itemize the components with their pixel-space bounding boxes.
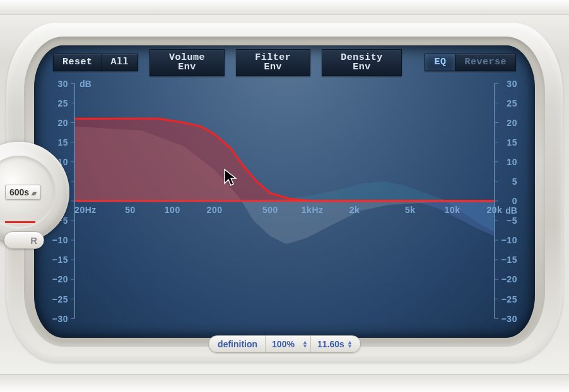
eq-plot[interactable]: 303025252020151510105500dB−5−5−10−10−15−…	[44, 78, 525, 328]
svg-text:−15: −15	[502, 255, 517, 265]
stepper-icon: ▴▾	[32, 190, 35, 197]
svg-text:20: 20	[507, 117, 517, 127]
svg-text:−15: −15	[52, 255, 68, 265]
reset-button[interactable]: Reset	[53, 54, 102, 71]
svg-text:20k: 20k	[486, 204, 502, 214]
svg-text:−20: −20	[502, 274, 517, 284]
channel-pill[interactable]: R	[4, 231, 44, 249]
reverse-button[interactable]: Reverse	[455, 54, 516, 71]
toolbar: Reset All Volume Env Filter Env Density …	[53, 53, 516, 72]
knob-readout[interactable]: 600s▴▾	[5, 185, 41, 200]
definition-percent-value: 100%	[272, 340, 295, 349]
svg-text:10: 10	[507, 157, 517, 167]
svg-text:20Hz: 20Hz	[74, 204, 97, 214]
definition-time-value: 11.60s	[317, 340, 344, 349]
svg-text:10k: 10k	[445, 204, 460, 214]
svg-text:25: 25	[507, 98, 517, 108]
reset-all-button[interactable]: All	[102, 54, 139, 71]
svg-text:100: 100	[165, 204, 180, 214]
window-chrome-bottom	[0, 374, 569, 392]
svg-text:15: 15	[57, 137, 68, 147]
knob-value: 600s	[9, 187, 29, 197]
svg-text:25: 25	[57, 98, 68, 108]
tab-eq[interactable]: EQ	[425, 54, 455, 71]
svg-text:−30: −30	[502, 313, 517, 323]
eq-plot-svg[interactable]: 303025252020151510105500dB−5−5−10−10−15−…	[44, 78, 525, 328]
svg-text:200: 200	[207, 204, 223, 214]
stepper-icon: ▴▾	[348, 340, 351, 348]
eq-screen: Reset All Volume Env Filter Env Density …	[34, 45, 535, 338]
svg-text:5k: 5k	[405, 204, 416, 214]
svg-text:15: 15	[507, 137, 517, 147]
knob-indicator	[5, 221, 35, 223]
svg-text:−10: −10	[502, 235, 517, 245]
svg-text:−10: −10	[52, 235, 68, 245]
svg-text:1kHz: 1kHz	[302, 204, 324, 214]
svg-text:−25: −25	[52, 294, 68, 304]
definition-percent[interactable]: 100% ▴▾	[266, 336, 311, 352]
svg-text:500: 500	[262, 204, 278, 214]
display-bezel: Reset All Volume Env Filter Env Density …	[6, 23, 563, 362]
svg-text:−20: −20	[52, 274, 68, 284]
svg-text:−30: −30	[52, 313, 68, 323]
svg-text:dB: dB	[505, 205, 517, 215]
svg-text:30: 30	[57, 78, 68, 88]
tab-density-env[interactable]: Density Env	[322, 49, 402, 76]
tab-volume-env[interactable]: Volume Env	[150, 49, 225, 76]
svg-text:20: 20	[57, 117, 68, 127]
definition-time[interactable]: 11.60s ▴▾	[311, 336, 360, 352]
right-group: EQ Reverse	[425, 54, 516, 71]
svg-text:−5: −5	[507, 216, 517, 226]
reset-group: Reset All	[53, 54, 138, 71]
channel-label: R	[30, 236, 37, 245]
tab-filter-env[interactable]: Filter Env	[236, 49, 310, 76]
svg-text:2k: 2k	[349, 204, 360, 214]
definition-label: definition	[209, 336, 266, 352]
footer-controls: definition 100% ▴▾ 11.60s ▴▾	[208, 335, 361, 353]
svg-text:−25: −25	[502, 294, 517, 304]
svg-text:dB: dB	[79, 78, 91, 88]
stepper-icon: ▴▾	[303, 340, 307, 348]
svg-text:30: 30	[507, 78, 517, 88]
svg-text:50: 50	[125, 204, 136, 214]
window-chrome-top	[0, 0, 569, 15]
svg-text:5: 5	[512, 176, 517, 187]
